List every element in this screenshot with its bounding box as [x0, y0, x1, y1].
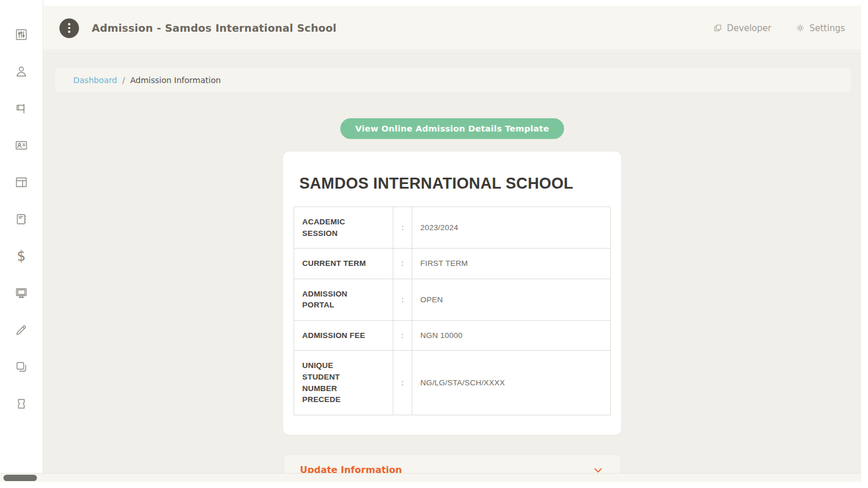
monitor-icon [14, 286, 28, 300]
notebook-icon [14, 212, 28, 226]
sidebar-item-users[interactable] [14, 64, 29, 79]
row-colon: : [393, 279, 412, 320]
breadcrumb: Dashboard / Admission Information [55, 68, 851, 92]
flag-icon [14, 102, 28, 115]
page-title: Admission - Samdos International School [92, 22, 336, 34]
developer-button[interactable]: Developer [713, 23, 771, 33]
user-icon [14, 65, 28, 78]
update-information-toggle[interactable]: Update Information [283, 454, 621, 473]
row-label: UNIQUE STUDENT NUMBER PRECEDE [302, 360, 373, 405]
table-row: ACADEMIC SESSION : 2023/2024 [294, 207, 611, 249]
sidebar-item-layout[interactable] [14, 175, 29, 190]
kebab-menu-button[interactable] [59, 18, 79, 38]
breadcrumb-current: Admission Information [130, 76, 221, 85]
gear-icon [795, 23, 805, 33]
breadcrumb-dashboard-link[interactable]: Dashboard [73, 76, 117, 85]
row-label: ACADEMIC SESSION [302, 216, 373, 239]
main-column: Admission - Samdos International School … [43, 0, 868, 482]
row-value: NG/LG/STA/SCH/XXXX [412, 351, 610, 415]
school-name-title: SAMDOS INTERNATIONAL SCHOOL [294, 175, 611, 193]
row-value: OPEN [412, 279, 610, 320]
pencil-icon [14, 323, 28, 337]
sidebar-item-fees[interactable]: $ [14, 249, 29, 264]
sidebar-item-equalizer[interactable] [14, 27, 29, 42]
kebab-menu-icon [68, 23, 70, 25]
table-row: UNIQUE STUDENT NUMBER PRECEDE : NG/LG/ST… [294, 351, 611, 415]
layers-icon [14, 360, 28, 374]
table-row: ADMISSION FEE : NGN 10000 [294, 320, 611, 351]
dollar-icon: $ [17, 249, 25, 263]
sidebar-item-edit[interactable] [14, 322, 29, 337]
horizontal-scrollbar [0, 473, 861, 482]
settings-button[interactable]: Settings [795, 23, 845, 33]
admission-info-card: SAMDOS INTERNATIONAL SCHOOL ACADEMIC SES… [283, 152, 621, 435]
windows-stack-icon [713, 23, 723, 33]
sidebar: $ [0, 0, 43, 482]
row-value: NGN 10000 [412, 320, 610, 351]
equalizer-icon [14, 28, 28, 42]
row-label: ADMISSION FEE [302, 330, 365, 341]
row-label: ADMISSION PORTAL [302, 288, 373, 311]
row-colon: : [393, 320, 412, 351]
center-column: View Online Admission Details Template S… [283, 92, 621, 473]
row-colon: : [393, 207, 412, 249]
view-template-button[interactable]: View Online Admission Details Template [340, 118, 564, 139]
row-value: 2023/2024 [412, 207, 610, 249]
row-label: CURRENT TERM [302, 258, 366, 269]
header-actions: Developer Settings [713, 23, 845, 33]
sidebar-item-id-card[interactable] [14, 138, 29, 153]
content-area: Dashboard / Admission Information View O… [43, 51, 861, 473]
row-colon: : [393, 351, 412, 415]
table-row: CURRENT TERM : FIRST TERM [294, 249, 611, 279]
layout-icon [14, 175, 28, 189]
row-value: FIRST TERM [412, 249, 610, 279]
scrollbar-thumb[interactable] [3, 475, 37, 481]
table-row: ADMISSION PORTAL : OPEN [294, 279, 611, 320]
sidebar-item-copies[interactable] [14, 359, 29, 374]
update-information-label: Update Information [300, 464, 402, 473]
settings-label: Settings [809, 23, 845, 33]
app-window: $ Admission - Samdos International Schoo… [0, 0, 868, 488]
developer-label: Developer [727, 23, 771, 33]
id-card-icon [14, 138, 28, 152]
header: Admission - Samdos International School … [43, 6, 861, 51]
sidebar-item-ticket[interactable] [14, 396, 29, 411]
breadcrumb-separator: / [122, 76, 125, 85]
row-colon: : [393, 249, 412, 279]
sidebar-item-monitor[interactable] [14, 286, 29, 301]
chevron-down-icon [592, 464, 604, 473]
sidebar-item-notebook[interactable] [14, 212, 29, 227]
ticket-icon [14, 397, 28, 411]
admission-info-table: ACADEMIC SESSION : 2023/2024 CURRENT TER… [294, 207, 611, 415]
sidebar-item-flag[interactable] [14, 101, 29, 116]
